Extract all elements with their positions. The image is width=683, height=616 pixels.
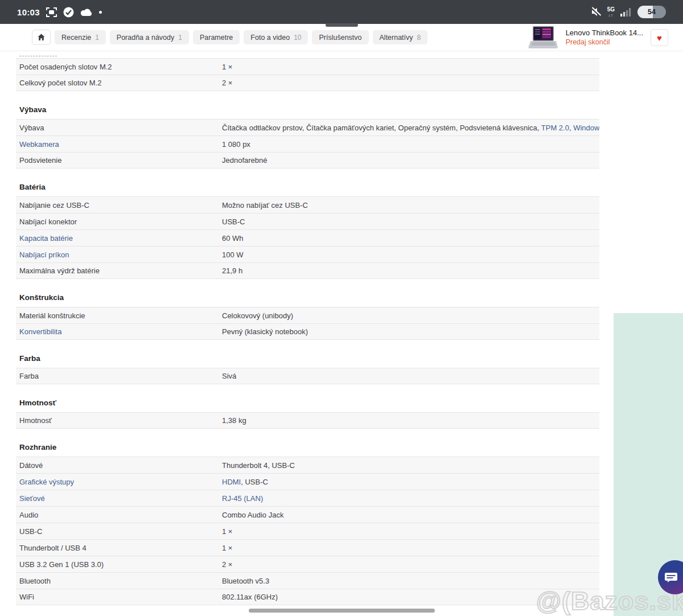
- row-label-link[interactable]: Webkamera: [19, 140, 59, 149]
- row-label-cell: Sieťové: [16, 494, 222, 503]
- row-label-cell: USB-C: [16, 527, 222, 536]
- row-value-cell: 2 ×: [222, 560, 599, 569]
- row-label: Celkový počet slotov M.2: [19, 79, 102, 87]
- row-label-cell: Nabíjací konektor: [16, 217, 222, 226]
- section-header: Konštrukcia: [16, 279, 599, 307]
- tab-poradna-a-navody[interactable]: Poradňa a návody1: [110, 30, 189, 44]
- value-text: Celokovový (unibody): [222, 311, 293, 320]
- section-header: Batéria: [16, 169, 599, 196]
- row-label: Výbava: [19, 124, 44, 132]
- heart-icon: ♥: [657, 33, 662, 43]
- value-link[interactable]: Windows Hello: [573, 124, 599, 132]
- value-text: 2 ×: [222, 79, 232, 87]
- row-value-cell: Možno nabíjať cez USB-C: [222, 201, 599, 210]
- value-text: Combo Audio Jack: [222, 511, 283, 519]
- tab-alternativy[interactable]: Alternatívy8: [373, 30, 428, 44]
- network-5g-icon: 5G ↓↑: [607, 7, 615, 17]
- row-label: USB-C: [19, 527, 42, 536]
- check-circle-icon: [63, 7, 74, 18]
- row-label-cell: Webkamera: [16, 140, 222, 149]
- row-label: Nabíjací konektor: [19, 217, 77, 226]
- product-title: Lenovo ThinkBook 14...: [566, 28, 643, 38]
- row-label: Maximálna výdrž batérie: [19, 266, 100, 275]
- row-value-cell: RJ-45 (LAN): [222, 494, 599, 503]
- row-label-cell: Počet osadených slotov M.2: [16, 63, 222, 71]
- value-text: Čítačka odtlačkov prstov, Čítačka pamäťo…: [222, 124, 541, 132]
- tab-label: Recenzie: [61, 34, 91, 42]
- mute-icon: [590, 7, 602, 17]
- row-value-cell: 1,38 kg: [222, 416, 599, 425]
- screen: 10:03: [0, 0, 683, 616]
- row-label-cell: Bluetooth: [16, 577, 222, 585]
- table-row: KonvertibilitaPevný (klasický notebook): [16, 323, 599, 340]
- row-label-link[interactable]: Grafické výstupy: [19, 478, 74, 486]
- table-row: Celkový počet slotov M.22 ×: [16, 75, 599, 91]
- row-value-cell: Combo Audio Jack: [222, 511, 599, 519]
- clock: 10:03: [17, 7, 40, 17]
- value-link[interactable]: RJ-45 (LAN): [222, 494, 263, 503]
- product-availability-status: Predaj skončil: [566, 38, 643, 47]
- section-rows: Počet osadených slotov M.21 ×Celkový poč…: [16, 58, 599, 91]
- value-text: 60 Wh: [222, 234, 244, 243]
- value-text: Thunderbolt 4, USB-C: [222, 461, 295, 470]
- cloud-icon: [80, 8, 93, 17]
- spec-table: Počet osadených slotov M.21 ×Celkový poč…: [16, 51, 599, 605]
- bazos-watermark: @(Bazos.sk: [536, 586, 683, 616]
- tab-foto-a-video[interactable]: Foto a video10: [244, 30, 308, 44]
- truncated-row-link[interactable]: [19, 52, 57, 56]
- row-label: Materiál konštrukcie: [19, 311, 85, 320]
- row-value-cell: 1 ×: [222, 544, 599, 552]
- row-value-cell: HDMI, USB-C: [222, 478, 599, 486]
- row-label-link[interactable]: Nabíjací príkon: [19, 250, 69, 259]
- screenshot-icon: [46, 7, 57, 18]
- section-rows: Materiál konštrukcieCelokovový (unibody)…: [16, 307, 599, 340]
- value-text: Jednofarebné: [222, 156, 268, 165]
- value-text: 21,9 h: [222, 266, 242, 275]
- table-row: Maximálna výdrž batérie21,9 h: [16, 262, 599, 279]
- value-link[interactable]: HDMI: [222, 478, 241, 486]
- row-label-cell: Celkový počet slotov M.2: [16, 79, 222, 87]
- row-value-cell: 60 Wh: [222, 234, 599, 243]
- row-value-cell: 1 ×: [222, 527, 599, 536]
- table-row: Kapacita batérie60 Wh: [16, 229, 599, 246]
- row-label: Thunderbolt / USB 4: [19, 544, 87, 552]
- value-text: Bluetooth v5.3: [222, 577, 269, 585]
- horizontal-scrollbar[interactable]: [249, 609, 435, 613]
- value-text: 1 080 px: [222, 140, 250, 149]
- tab-recenzie[interactable]: Recenzie1: [55, 30, 106, 44]
- table-row: Thunderbolt / USB 41 ×: [16, 539, 599, 556]
- value-link[interactable]: TPM 2.0: [541, 124, 569, 132]
- tab-count-badge: 8: [417, 34, 421, 42]
- product-thumbnail: [528, 26, 558, 50]
- value-text: 100 W: [222, 250, 244, 259]
- table-row: USB-C1 ×: [16, 523, 599, 539]
- favorite-button[interactable]: ♥: [651, 29, 668, 46]
- tab-home[interactable]: [32, 30, 51, 45]
- row-label-cell: Materiál konštrukcie: [16, 311, 222, 320]
- signal-strength-icon: [620, 7, 632, 17]
- row-value-cell: 21,9 h: [222, 266, 599, 275]
- row-label-cell: USB 3.2 Gen 1 (USB 3.0): [16, 560, 222, 569]
- row-label-link[interactable]: Konvertibilita: [19, 327, 61, 336]
- tab-label: Príslušenstvo: [319, 34, 361, 42]
- row-value-cell: 2 ×: [222, 79, 599, 87]
- section-rows: VýbavaČítačka odtlačkov prstov, Čítačka …: [16, 119, 599, 169]
- row-label-cell: Grafické výstupy: [16, 478, 222, 486]
- row-label-link[interactable]: Sieťové: [19, 494, 45, 503]
- section-rows: Nabíjanie cez USB-CMožno nabíjať cez USB…: [16, 196, 599, 279]
- tab-parametre[interactable]: Parametre: [193, 30, 240, 44]
- row-label-cell: Konvertibilita: [16, 327, 222, 336]
- section-rows: DátovéThunderbolt 4, USB-CGrafické výstu…: [16, 457, 599, 605]
- table-row: Webkamera1 080 px: [16, 135, 599, 152]
- table-row: SieťovéRJ-45 (LAN): [16, 490, 599, 506]
- sheet-drag-handle[interactable]: [326, 23, 358, 27]
- row-label-link[interactable]: Kapacita batérie: [19, 234, 73, 243]
- tab-label: Foto a video: [250, 34, 290, 42]
- row-label: Audio: [19, 511, 38, 519]
- product-summary[interactable]: Lenovo ThinkBook 14... Predaj skončil ♥: [528, 26, 668, 49]
- table-row: DátovéThunderbolt 4, USB-C: [16, 457, 599, 473]
- row-label: Dátové: [19, 461, 43, 470]
- row-value-cell: Celokovový (unibody): [222, 311, 599, 320]
- tab-prislusenstvo[interactable]: Príslušenstvo: [312, 30, 368, 44]
- table-row: WiFi802.11ax (6GHz): [16, 589, 599, 605]
